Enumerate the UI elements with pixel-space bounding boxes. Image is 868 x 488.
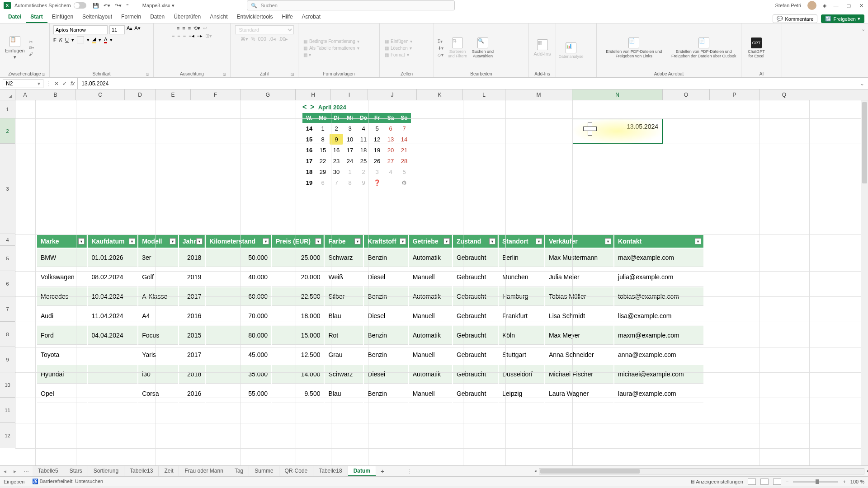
cal-next-icon[interactable]: >: [310, 103, 314, 111]
table-cell[interactable]: Anna Schneider: [545, 346, 613, 364]
table-cell[interactable]: lisa@example.com: [614, 307, 703, 325]
filter-icon[interactable]: ▾: [263, 238, 269, 244]
table-cell[interactable]: [88, 365, 137, 384]
table-cell[interactable]: 01.01.2026: [88, 249, 137, 267]
table-cell[interactable]: Diesel: [364, 307, 408, 325]
table-cell[interactable]: Benzin: [364, 385, 408, 403]
table-row[interactable]: ToyotaYaris201745.00012.500GrauBenzinMan…: [37, 346, 703, 364]
filter-icon[interactable]: ▾: [129, 238, 135, 244]
fill-color-icon[interactable]: ◢: [92, 36, 96, 43]
find-select-button[interactable]: 🔍Suchen und Auswählen: [472, 38, 494, 58]
col-header-P[interactable]: P: [710, 89, 760, 100]
col-header-M[interactable]: M: [505, 89, 572, 100]
cal-day[interactable]: 27: [384, 155, 397, 166]
row-header-10[interactable]: 10: [0, 372, 15, 398]
sheet-tab-qr-code[interactable]: QR-Code: [279, 466, 314, 476]
cal-day[interactable]: 26: [370, 155, 384, 166]
align-bottom-icon[interactable]: ≡: [188, 25, 191, 31]
sheet-tab-frau oder mann[interactable]: Frau oder Mann: [179, 466, 229, 476]
sheet-tab-zeit[interactable]: Zeit: [159, 466, 179, 476]
clear-icon[interactable]: ◇▾: [438, 52, 443, 57]
data-analysis-button[interactable]: 📊Datenanalyse: [560, 42, 582, 59]
addins-button[interactable]: ▦Add-Ins: [533, 39, 552, 56]
table-cell[interactable]: 2016: [179, 385, 205, 403]
table-cell[interactable]: 18.000: [272, 307, 324, 325]
sheet-nav-next-icon[interactable]: ▸: [10, 468, 20, 474]
sort-filter-button[interactable]: ⇅Sortieren und Filtern: [446, 38, 469, 58]
table-cell[interactable]: Gebraucht: [453, 385, 498, 403]
align-middle-icon[interactable]: ≡: [182, 25, 185, 31]
save-icon[interactable]: 💾: [93, 3, 99, 9]
align-top-icon[interactable]: ≡: [177, 25, 179, 31]
date-picker-calendar[interactable]: < > April 2024 W.MoDiMiDoFrSaSo141234567…: [302, 103, 411, 188]
table-cell[interactable]: laura@example.com: [614, 385, 703, 403]
ribbon-tab-ansicht[interactable]: Ansicht: [205, 11, 232, 23]
col-header-F[interactable]: F: [191, 89, 241, 100]
select-all-corner[interactable]: [0, 89, 15, 100]
sheet-nav-prev-icon[interactable]: ◂: [0, 468, 10, 474]
currency-icon[interactable]: ⌘▾: [241, 36, 248, 42]
col-header-N[interactable]: N: [572, 89, 663, 100]
cal-day[interactable]: 6: [384, 123, 397, 134]
table-cell[interactable]: 04.04.2024: [88, 326, 137, 345]
col-header-H[interactable]: H: [296, 89, 331, 100]
table-cell[interactable]: Gebraucht: [453, 307, 498, 325]
cal-day[interactable]: [384, 177, 397, 188]
row-header-2[interactable]: 2: [0, 118, 15, 144]
formula-input[interactable]: 13.05.2024: [77, 78, 856, 89]
table-cell[interactable]: Michael Fischer: [545, 365, 613, 384]
display-settings[interactable]: 🖥 Anzeigeeinstellungen: [690, 479, 743, 484]
ribbon-tab-acrobat[interactable]: Acrobat: [297, 11, 325, 23]
minimize-icon[interactable]: —: [833, 3, 839, 8]
col-header-L[interactable]: L: [463, 89, 505, 100]
table-cell[interactable]: Gebraucht: [453, 365, 498, 384]
cal-day[interactable]: 20: [384, 145, 397, 155]
table-cell[interactable]: 9.500: [272, 385, 324, 403]
table-cell[interactable]: Benzin: [364, 249, 408, 267]
bold-icon[interactable]: F: [53, 37, 57, 42]
table-cell[interactable]: [88, 385, 137, 403]
delete-cells-button[interactable]: ▦ Löschen▾: [383, 45, 414, 51]
table-cell[interactable]: Laura Wagner: [545, 385, 613, 403]
share-button[interactable]: 🔃 Freigeben ▾: [821, 14, 864, 23]
font-name-input[interactable]: [53, 25, 108, 34]
table-cell[interactable]: Ford: [37, 326, 87, 345]
cut-icon[interactable]: ✂: [29, 39, 34, 44]
table-cell[interactable]: Gebraucht: [453, 346, 498, 364]
ribbon-collapse-icon[interactable]: ⌄: [859, 23, 868, 77]
cal-day[interactable]: 8: [316, 134, 330, 145]
wrap-text-icon[interactable]: ↩: [203, 25, 207, 31]
table-cell[interactable]: Focus: [138, 326, 178, 345]
table-cell[interactable]: Manuell: [409, 346, 452, 364]
ribbon-tab-datei[interactable]: Datei: [4, 11, 26, 23]
horizontal-scrollbar[interactable]: ◂▸: [539, 468, 864, 474]
filter-icon[interactable]: ▾: [354, 238, 361, 244]
decimal-inc-icon[interactable]: .0◂: [269, 36, 276, 42]
row-header-9[interactable]: 9: [0, 347, 15, 372]
conditional-formatting-button[interactable]: ▦ Bedingte Formatierung▾: [302, 38, 361, 44]
row-header-3[interactable]: 3: [0, 144, 15, 234]
cal-day[interactable]: 12: [370, 134, 384, 145]
cal-day[interactable]: 24: [343, 155, 357, 166]
zoom-slider[interactable]: [793, 481, 838, 483]
user-name[interactable]: Stefan Petri: [775, 3, 801, 8]
table-cell[interactable]: maxm@example.com: [614, 326, 703, 345]
col-header-Q[interactable]: Q: [760, 89, 809, 100]
table-cell[interactable]: anna@example.com: [614, 346, 703, 364]
table-cell[interactable]: 35.000: [206, 365, 271, 384]
underline-icon[interactable]: U: [65, 37, 69, 42]
table-cell[interactable]: 50.000: [206, 249, 271, 267]
avatar[interactable]: [807, 1, 816, 10]
indent-increase-icon[interactable]: ≡▸: [197, 33, 203, 39]
enter-formula-icon[interactable]: ✓: [62, 80, 67, 87]
name-box[interactable]: N2▾: [3, 79, 43, 88]
row-header-12[interactable]: 12: [0, 423, 15, 448]
cal-day[interactable]: 10: [343, 134, 357, 145]
table-cell[interactable]: Benzin: [364, 326, 408, 345]
paste-button[interactable]: 📋Einfügen▾: [4, 36, 26, 60]
row-header-5[interactable]: 5: [0, 246, 15, 271]
active-cell[interactable]: 13.05.2024: [572, 118, 663, 144]
merge-icon[interactable]: ⊞▾: [205, 33, 212, 39]
redo-icon[interactable]: ↷▾: [115, 3, 122, 9]
table-cell[interactable]: michael@example.com: [614, 365, 703, 384]
